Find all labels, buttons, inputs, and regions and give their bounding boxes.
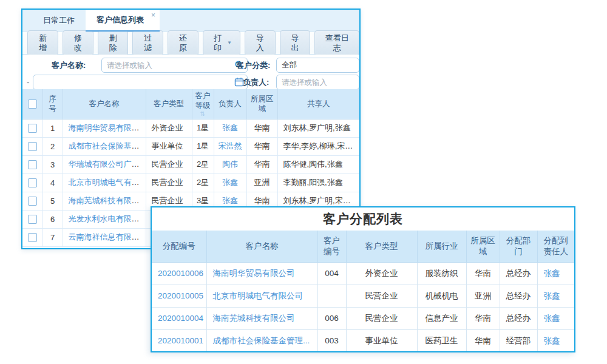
cell-region: 华南 bbox=[246, 155, 277, 174]
cell-industry: 医药卫生 bbox=[417, 329, 466, 352]
cell-type: 民营企业 bbox=[146, 174, 192, 192]
cell-shared: 陈华健,陶伟,张鑫 bbox=[277, 155, 359, 174]
delete-button-label: 删除 bbox=[106, 33, 120, 52]
sort-icon[interactable]: ⇅ bbox=[195, 111, 211, 117]
filter-button[interactable]: 过滤 bbox=[132, 30, 163, 55]
restore-button[interactable]: 还原 bbox=[168, 30, 198, 55]
tab-daily-work[interactable]: 日常工作 bbox=[32, 10, 86, 32]
customer-name-link[interactable]: 海南明华贸易有限公司 bbox=[69, 123, 146, 132]
owner-link[interactable]: 张鑫 bbox=[222, 178, 238, 187]
customer-name-link[interactable]: 光发水利水电有限公司 bbox=[69, 214, 146, 223]
cell-no: 6 bbox=[42, 210, 63, 228]
cell-dept: 总经办 bbox=[500, 307, 537, 329]
row-checkbox[interactable] bbox=[28, 215, 37, 224]
tab-bar: 日常工作 客户信息列表 × bbox=[22, 10, 359, 32]
export-button-label: 导出 bbox=[288, 33, 302, 52]
tab-customer-info-label: 客户信息列表 bbox=[97, 15, 144, 25]
allocation-no-link[interactable]: 2020010006 bbox=[158, 269, 203, 278]
tab-customer-info-list[interactable]: 客户信息列表 × bbox=[86, 10, 160, 32]
date-input[interactable] bbox=[33, 75, 248, 90]
assignee-link[interactable]: 张鑫 bbox=[544, 314, 560, 323]
row-checkbox[interactable] bbox=[28, 178, 37, 187]
customer-name-link[interactable]: 海南明华贸易有限公司 bbox=[213, 269, 295, 278]
col-owner: 负责人 bbox=[214, 89, 246, 119]
table-row: 4 北京市明城电气有限公司 民营企业 2星 张鑫 亚洲 李勤丽,阳强,张鑫 bbox=[22, 174, 359, 192]
customer-table-header-row: 序号 客户名称 客户类型 客户等级 ⇅ 负责人 所属区域 共享人 bbox=[22, 89, 359, 119]
owner-input[interactable] bbox=[276, 75, 359, 90]
import-button[interactable]: 导入 bbox=[245, 30, 276, 55]
cell-shared: 李华,李婷,柳琳,宋浩然,张鑫 bbox=[277, 137, 359, 155]
col-no: 序号 bbox=[42, 89, 63, 119]
cell-customer-type: 民营企业 bbox=[346, 285, 417, 307]
owner-label: 负责人: bbox=[243, 75, 269, 90]
customer-name-link[interactable]: 成都市社会保险基金管理... bbox=[213, 336, 310, 345]
customer-name-link[interactable]: 北京市明城电气有限公司 bbox=[69, 178, 146, 187]
customer-category-select[interactable] bbox=[276, 58, 359, 73]
customer-name-link[interactable]: 成都市社会保险基金管理... bbox=[69, 141, 146, 150]
owner-link[interactable]: 张鑫 bbox=[222, 123, 238, 132]
select-all-checkbox[interactable] bbox=[28, 99, 37, 109]
cell-no: 1 bbox=[42, 119, 63, 137]
row-checkbox[interactable] bbox=[28, 160, 37, 169]
col-industry: 所属行业 bbox=[417, 231, 466, 262]
allocation-no-link[interactable]: 2020010005 bbox=[158, 291, 203, 300]
col-allocation-dept: 分配部门 bbox=[500, 231, 537, 262]
cell-type: 民营企业 bbox=[146, 155, 192, 174]
row-checkbox[interactable] bbox=[28, 233, 37, 242]
cell-industry: 信息产业 bbox=[417, 307, 466, 329]
customer-name-link[interactable]: 云南海祥信息有限公司 bbox=[69, 232, 146, 241]
owner-link[interactable]: 宋浩然 bbox=[219, 141, 242, 150]
cell-type: 事业单位 bbox=[146, 137, 192, 155]
cell-dept: 总经办 bbox=[500, 262, 537, 285]
row-checkbox[interactable] bbox=[28, 197, 37, 206]
export-button[interactable]: 导出 bbox=[280, 30, 311, 55]
cell-level: 2星 bbox=[192, 174, 214, 192]
customer-name-field-wrap bbox=[101, 58, 248, 73]
assignee-link[interactable]: 张鑫 bbox=[544, 291, 560, 300]
cell-customer-no: 003 bbox=[317, 329, 346, 352]
cell-region: 华南 bbox=[466, 307, 500, 329]
owner-link[interactable]: 陶伟 bbox=[222, 160, 238, 169]
col-assignee: 分配到责任人 bbox=[537, 231, 574, 262]
toolbar: 新增 修改 删除 过滤 还原 打印 ▼ 导入 导出 查看日志 bbox=[22, 32, 359, 55]
customer-name-link[interactable]: 北京市明城电气有限公司 bbox=[213, 291, 304, 300]
view-log-button[interactable]: 查看日志 bbox=[314, 30, 359, 55]
close-icon[interactable]: × bbox=[151, 12, 155, 19]
cell-region: 亚洲 bbox=[246, 174, 277, 192]
edit-button-label: 修改 bbox=[71, 33, 85, 52]
cell-customer-type: 外资企业 bbox=[346, 262, 417, 285]
customer-name-link[interactable]: 华瑞城有限公司广告设计部 bbox=[69, 160, 146, 169]
customer-name-link[interactable]: 海南芜城科技有限公司 bbox=[213, 314, 295, 323]
filter-button-label: 过滤 bbox=[141, 33, 155, 52]
cell-industry: 服装纺织 bbox=[417, 262, 466, 285]
row-checkbox[interactable] bbox=[28, 124, 37, 133]
cell-region: 华南 bbox=[466, 329, 500, 352]
print-button[interactable]: 打印 ▼ bbox=[203, 30, 240, 55]
chevron-down-icon: ▼ bbox=[227, 40, 232, 46]
allocation-no-link[interactable]: 2020010004 bbox=[158, 314, 203, 323]
customer-name-link[interactable]: 海南芜城科技有限公司 bbox=[69, 196, 146, 205]
col-customer-type: 客户类型 bbox=[346, 231, 417, 262]
add-button[interactable]: 新增 bbox=[27, 30, 58, 55]
col-customer-name: 客户名称 bbox=[63, 89, 146, 119]
import-button-label: 导入 bbox=[253, 33, 267, 52]
col-customer-level[interactable]: 客户等级 ⇅ bbox=[192, 89, 214, 119]
owner-link[interactable]: 张鑫 bbox=[222, 196, 238, 205]
row-checkbox[interactable] bbox=[28, 142, 37, 151]
cell-customer-no bbox=[317, 285, 346, 307]
delete-button[interactable]: 删除 bbox=[98, 30, 129, 55]
cell-shared: 刘东林,罗广明,张鑫 bbox=[277, 119, 359, 137]
allocation-no-link[interactable]: 2020010001 bbox=[158, 336, 203, 345]
assignee-link[interactable]: 张鑫 bbox=[544, 269, 560, 278]
cell-type: 外资企业 bbox=[146, 119, 192, 137]
cell-level: 1星 bbox=[192, 119, 214, 137]
customer-name-input[interactable] bbox=[101, 58, 248, 73]
table-row: 3 华瑞城有限公司广告设计部 民营企业 2星 陶伟 华南 陈华健,陶伟,张鑫 bbox=[22, 155, 359, 174]
cell-customer-type: 事业单位 bbox=[346, 329, 417, 352]
assignee-link[interactable]: 张鑫 bbox=[544, 336, 560, 345]
table-row: 2020010001 成都市社会保险基金管理... 003 事业单位 医药卫生 … bbox=[152, 329, 574, 352]
table-row: 2020010004 海南芜城科技有限公司 006 民营企业 信息产业 华南 总… bbox=[152, 307, 574, 329]
cell-level: 2星 bbox=[192, 155, 214, 174]
cell-no: 4 bbox=[42, 174, 63, 192]
edit-button[interactable]: 修改 bbox=[63, 30, 93, 55]
